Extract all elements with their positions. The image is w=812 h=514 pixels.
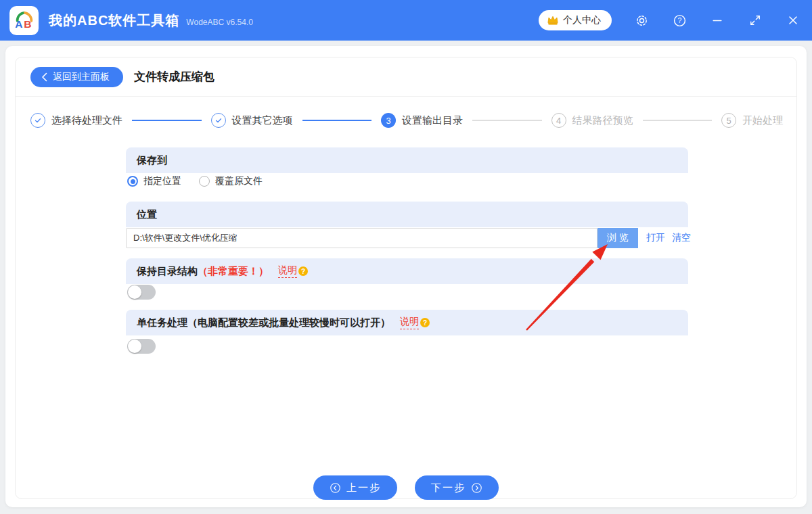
user-center-label: 个人中心 (563, 14, 601, 26)
keep-structure-important-note: （非常重要！） (198, 265, 269, 278)
minimize-button[interactable] (709, 12, 725, 28)
radio-overwrite-original-label: 覆盖原文件 (215, 175, 263, 187)
app-logo: A B (9, 6, 39, 35)
step-connector (472, 120, 542, 121)
main-card: 返回到主面板 文件转成压缩包 选择待处理文件 设置其它选项 3 (5, 46, 807, 507)
single-task-title: 单任务处理（电脑配置较差或批量处理较慢时可以打开） (137, 317, 390, 329)
back-to-main-button[interactable]: 返回到主面板 (30, 67, 123, 87)
logo-letter-a: A (15, 18, 22, 30)
radio-specified-location[interactable]: 指定位置 (127, 175, 181, 187)
save-to-options: 指定位置 覆盖原文件 (127, 175, 263, 187)
back-button-label: 返回到主面板 (53, 71, 110, 83)
radio-selected-icon (127, 176, 138, 187)
output-path-input[interactable] (126, 228, 597, 248)
single-task-help-link[interactable]: 说明 (400, 316, 419, 329)
save-to-title: 保存到 (137, 154, 167, 167)
app-logo-icon: A B (12, 7, 37, 33)
location-section-header: 位置 (126, 202, 688, 227)
step-5-label: 开始处理 (742, 114, 783, 127)
single-task-toggle[interactable] (127, 339, 156, 354)
clear-link[interactable]: 清空 (672, 232, 691, 244)
step-1-check-icon (30, 113, 45, 128)
toggle-knob (128, 285, 141, 299)
close-icon (786, 14, 800, 27)
open-link[interactable]: 打开 (646, 232, 665, 244)
maximize-button[interactable] (747, 12, 763, 28)
circle-chevron-left-icon (330, 482, 341, 494)
step-connector (302, 120, 372, 121)
keep-structure-help-badge-icon[interactable]: ? (298, 266, 308, 276)
user-center-button[interactable]: 个人中心 (539, 10, 612, 30)
titlebar: A B 我的ABC软件工具箱 WodeABC v6.54.0 个人中心 ? (0, 0, 812, 41)
chevron-left-icon (41, 72, 47, 82)
logo-letter-b: B (24, 18, 31, 30)
keep-structure-help-link[interactable]: 说明 (278, 264, 297, 278)
step-3-number: 3 (381, 113, 396, 128)
browse-button[interactable]: 浏 览 (597, 228, 638, 248)
radio-overwrite-original[interactable]: 覆盖原文件 (199, 175, 263, 187)
step-4-number: 4 (551, 113, 566, 128)
app-title: 我的ABC软件工具箱 (49, 11, 179, 30)
single-task-help-badge-icon[interactable]: ? (420, 318, 430, 327)
next-step-button[interactable]: 下一步 (415, 475, 499, 500)
gear-icon (635, 14, 649, 28)
step-connector (643, 120, 713, 121)
settings-button[interactable] (633, 12, 650, 28)
step-connector (132, 120, 202, 121)
location-path-row: 浏 览 打开 清空 (126, 228, 691, 248)
step-2-label: 设置其它选项 (232, 114, 293, 127)
page-title: 文件转成压缩包 (134, 69, 215, 85)
toggle-knob (128, 340, 141, 353)
step-2-check-icon (211, 113, 226, 128)
single-task-section-header: 单任务处理（电脑配置较差或批量处理较慢时可以打开） 说明 ? (126, 310, 688, 335)
minimize-icon (710, 14, 724, 27)
step-start-processing: 5 开始处理 (721, 113, 783, 128)
keep-structure-section-header: 保持目录结构 （非常重要！） 说明 ? (126, 258, 688, 284)
location-title: 位置 (137, 208, 157, 221)
step-output-directory: 3 设置输出目录 (381, 113, 463, 128)
previous-step-label: 上一步 (346, 482, 381, 494)
crown-icon (547, 15, 559, 26)
radio-specified-location-label: 指定位置 (143, 175, 181, 187)
help-button[interactable]: ? (671, 12, 687, 28)
step-select-files: 选择待处理文件 (30, 113, 122, 128)
maximize-icon (748, 14, 762, 27)
step-5-number: 5 (721, 113, 736, 128)
question-circle-icon: ? (673, 14, 687, 28)
step-1-label: 选择待处理文件 (51, 114, 122, 127)
step-indicator: 选择待处理文件 设置其它选项 3 设置输出目录 4 结果路径预览 5 (30, 113, 783, 128)
step-4-label: 结果路径预览 (572, 114, 633, 127)
next-step-label: 下一步 (431, 482, 466, 494)
step-result-preview: 4 结果路径预览 (551, 113, 633, 128)
previous-step-button[interactable]: 上一步 (313, 475, 397, 500)
content-panel: 返回到主面板 文件转成压缩包 选择待处理文件 设置其它选项 3 (15, 57, 797, 499)
svg-text:?: ? (677, 16, 681, 24)
step-3-label: 设置输出目录 (402, 114, 463, 127)
wizard-footer: 上一步 下一步 (16, 475, 796, 500)
app-version: WodeABC v6.54.0 (186, 18, 253, 27)
circle-chevron-right-icon (471, 482, 482, 494)
keep-structure-toggle[interactable] (127, 285, 156, 300)
close-button[interactable] (785, 12, 801, 28)
save-to-section-header: 保存到 (126, 147, 688, 173)
keep-structure-title: 保持目录结构 (137, 265, 198, 278)
card-header: 返回到主面板 文件转成压缩包 (16, 57, 796, 97)
step-other-options: 设置其它选项 (211, 113, 293, 128)
radio-unselected-icon (199, 176, 210, 187)
